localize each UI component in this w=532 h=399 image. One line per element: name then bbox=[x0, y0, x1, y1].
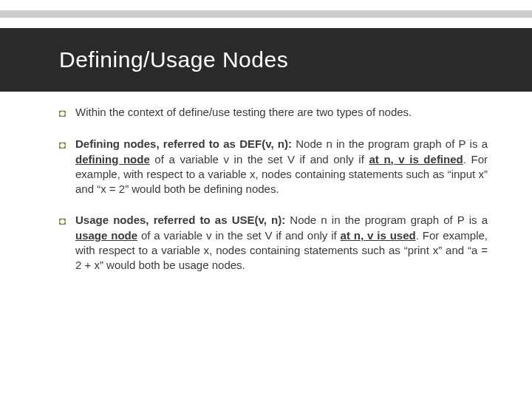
at-n-used: at n, v is used bbox=[341, 229, 416, 242]
bullet-text: Usage nodes, referred to as USE(v, n): N… bbox=[75, 213, 488, 273]
content-area: ◘ Within the context of define/use testi… bbox=[0, 92, 532, 273]
accent-bar bbox=[0, 10, 532, 18]
title-band: Defining/Usage Nodes bbox=[0, 28, 532, 92]
usage-lead: Usage nodes, referred to as USE(v, n): bbox=[75, 214, 285, 226]
bullet-marker-icon: ◘ bbox=[59, 213, 75, 273]
at-n-defined: at n, v is defined bbox=[369, 153, 463, 166]
bullet-item: ◘ Within the context of define/use testi… bbox=[59, 105, 488, 120]
text-run: of a variable v in the set V if and only… bbox=[150, 153, 369, 166]
slide-title: Defining/Usage Nodes bbox=[59, 47, 532, 72]
text-run: Node n in the program graph of P is a bbox=[285, 214, 488, 226]
bullet-marker-icon: ◘ bbox=[59, 137, 75, 197]
bullet-marker-icon: ◘ bbox=[59, 105, 75, 120]
usage-node-term: usage node bbox=[75, 229, 137, 242]
defining-node-term: defining node bbox=[75, 153, 150, 166]
text-run: Node n in the program graph of P is a bbox=[292, 137, 488, 150]
bullet-item: ◘ Defining nodes, referred to as DEF(v, … bbox=[59, 137, 488, 197]
text-run: of a variable v in the set V if and only… bbox=[137, 229, 341, 242]
bullet-text: Within the context of define/use testing… bbox=[75, 105, 488, 120]
defining-lead: Defining nodes, referred to as DEF(v, n)… bbox=[75, 137, 292, 150]
bullet-item: ◘ Usage nodes, referred to as USE(v, n):… bbox=[59, 213, 488, 273]
bullet-text: Defining nodes, referred to as DEF(v, n)… bbox=[75, 137, 488, 197]
